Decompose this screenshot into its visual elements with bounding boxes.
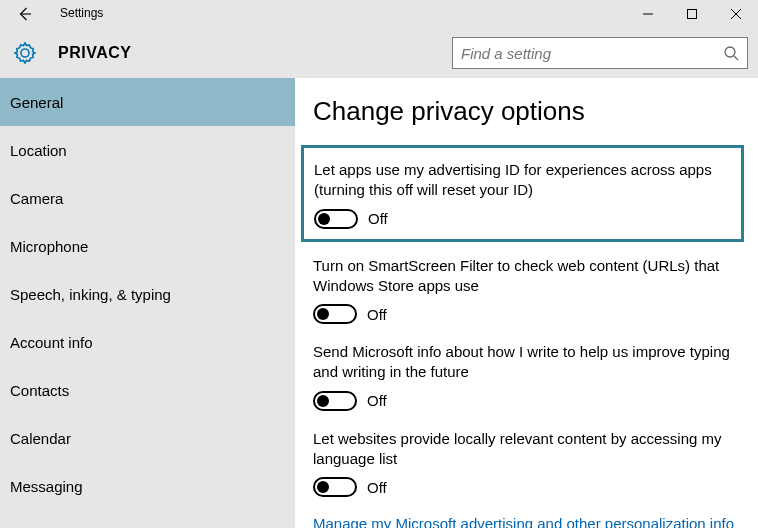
option-label: Send Microsoft info about how I write to… — [313, 342, 744, 383]
option-advertising-id: Let apps use my advertising ID for exper… — [301, 145, 744, 242]
toggle-row: Off — [313, 304, 744, 324]
toggle-state: Off — [367, 479, 387, 496]
toggle-knob — [317, 481, 329, 493]
toggle-language-list[interactable] — [313, 477, 357, 497]
sidebar-item-location[interactable]: Location — [0, 126, 295, 174]
sidebar-item-account-info[interactable]: Account info — [0, 318, 295, 366]
search-box[interactable] — [452, 37, 748, 69]
sidebar-item-label: Calendar — [10, 430, 71, 447]
sidebar-item-label: Microphone — [10, 238, 88, 255]
sidebar-item-speech[interactable]: Speech, inking, & typing — [0, 270, 295, 318]
search-icon — [723, 45, 739, 61]
sidebar-item-calendar[interactable]: Calendar — [0, 414, 295, 462]
content-panel: Change privacy options Let apps use my a… — [295, 78, 758, 528]
option-label: Let websites provide locally relevant co… — [313, 429, 744, 470]
toggle-knob — [317, 395, 329, 407]
option-label: Turn on SmartScreen Filter to check web … — [313, 256, 744, 297]
sidebar-item-messaging[interactable]: Messaging — [0, 462, 295, 510]
sidebar-item-label: Messaging — [10, 478, 83, 495]
search-input[interactable] — [461, 45, 723, 62]
sidebar-item-label: Location — [10, 142, 67, 159]
sidebar-item-label: Camera — [10, 190, 63, 207]
page-title: Change privacy options — [313, 96, 744, 127]
toggle-knob — [317, 308, 329, 320]
maximize-button[interactable] — [670, 0, 714, 28]
svg-point-4 — [725, 47, 735, 57]
option-label: Let apps use my advertising ID for exper… — [314, 160, 731, 201]
maximize-icon — [687, 9, 697, 19]
titlebar: Settings — [0, 0, 758, 28]
svg-line-5 — [734, 56, 738, 60]
minimize-icon — [643, 9, 653, 19]
sidebar-item-contacts[interactable]: Contacts — [0, 366, 295, 414]
toggle-knob — [318, 213, 330, 225]
section-title: PRIVACY — [58, 44, 131, 62]
back-arrow-icon — [16, 5, 34, 23]
toggle-row: Off — [313, 391, 744, 411]
window-controls — [626, 0, 758, 28]
sidebar-item-label: Contacts — [10, 382, 69, 399]
sidebar: General Location Camera Microphone Speec… — [0, 78, 295, 528]
toggle-advertising-id[interactable] — [314, 209, 358, 229]
sidebar-item-label: Speech, inking, & typing — [10, 286, 171, 303]
toggle-row: Off — [314, 209, 731, 229]
body: General Location Camera Microphone Speec… — [0, 78, 758, 528]
option-smartscreen: Turn on SmartScreen Filter to check web … — [313, 256, 744, 325]
sidebar-item-label: General — [10, 94, 63, 111]
toggle-state: Off — [367, 306, 387, 323]
toggle-row: Off — [313, 477, 744, 497]
toggle-state: Off — [368, 210, 388, 227]
sidebar-item-microphone[interactable]: Microphone — [0, 222, 295, 270]
toggle-send-typing[interactable] — [313, 391, 357, 411]
sidebar-item-camera[interactable]: Camera — [0, 174, 295, 222]
toggle-smartscreen[interactable] — [313, 304, 357, 324]
header: PRIVACY — [0, 28, 758, 78]
minimize-button[interactable] — [626, 0, 670, 28]
close-icon — [731, 9, 741, 19]
close-button[interactable] — [714, 0, 758, 28]
window-title: Settings — [50, 0, 103, 20]
sidebar-item-general[interactable]: General — [0, 78, 295, 126]
manage-ads-link[interactable]: Manage my Microsoft advertising and othe… — [313, 515, 744, 528]
option-send-typing-info: Send Microsoft info about how I write to… — [313, 342, 744, 411]
option-language-list: Let websites provide locally relevant co… — [313, 429, 744, 498]
svg-rect-1 — [688, 10, 697, 19]
settings-gear-icon — [10, 41, 40, 65]
sidebar-item-label: Account info — [10, 334, 93, 351]
back-button[interactable] — [0, 0, 50, 28]
toggle-state: Off — [367, 392, 387, 409]
